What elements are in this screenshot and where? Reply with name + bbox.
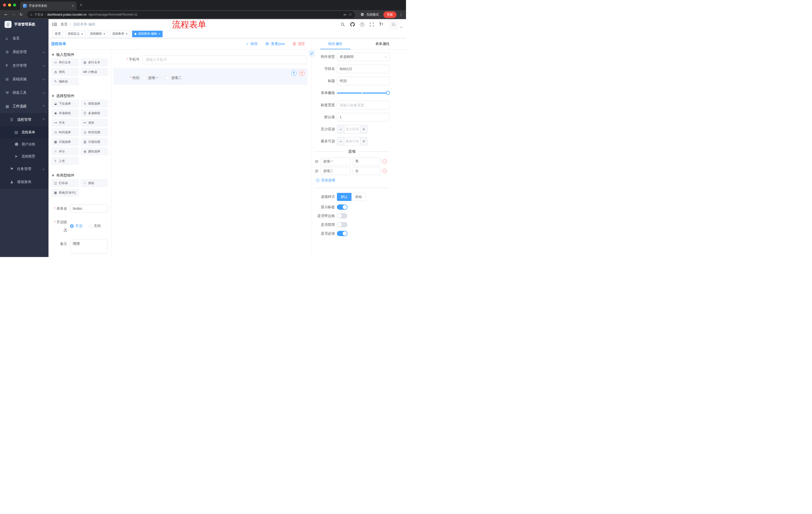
palette-item-button[interactable]: ☝ 按钮 (81, 179, 108, 187)
palette-item-checkbox-group[interactable]: ☑ 多选框组 (81, 109, 108, 117)
tag-close-icon[interactable] (158, 32, 161, 36)
max-select-stepper[interactable]: − 最多可选 + (337, 137, 368, 145)
increase-icon[interactable]: + (360, 137, 367, 145)
link-icon[interactable] (309, 51, 315, 56)
browser-update-button[interactable]: 更新 (383, 11, 397, 18)
option-value-input[interactable] (353, 167, 380, 175)
palette-item-cascader[interactable]: ↳ 级联选择 (81, 100, 108, 107)
window-minimize-button[interactable] (8, 3, 11, 6)
option-label-input[interactable] (321, 167, 351, 175)
palette-item-date-picker[interactable]: ▦ 日期选择 (52, 138, 79, 145)
increase-icon[interactable]: + (360, 125, 367, 133)
tab-close-icon[interactable]: × (71, 4, 74, 8)
tag-process-model[interactable]: 流程模型 (88, 31, 108, 37)
drag-handle-icon[interactable] (315, 169, 319, 173)
browser-menu-icon[interactable]: ⋮ (399, 12, 404, 17)
min-select-stepper[interactable]: − 至少应选 + (337, 125, 368, 134)
option-value-input[interactable] (353, 157, 380, 165)
phone-input[interactable] (142, 55, 307, 64)
palette-item-counter[interactable]: 123 计数器 (81, 68, 108, 76)
tag-close-icon[interactable] (81, 32, 83, 36)
decrease-icon[interactable]: − (337, 137, 344, 145)
forward-button[interactable]: → (10, 11, 17, 18)
palette-item-color-picker[interactable]: ◍ 颜色选择 (81, 147, 108, 155)
remove-option-icon[interactable] (382, 169, 387, 173)
palette-item-single-line-text[interactable]: ▭ 单行文本 (52, 59, 79, 66)
window-zoom-button[interactable] (13, 3, 16, 6)
status-off-radio[interactable]: 关闭 (88, 224, 101, 228)
sidebar-item-process-model[interactable]: ➤ 流程模型 (0, 151, 49, 162)
palette-item-table[interactable]: ▩ 表格[开发中] (52, 189, 79, 196)
remark-textarea[interactable] (70, 240, 108, 254)
palette-item-upload[interactable]: ⇪ 上传 (52, 157, 79, 165)
help-icon[interactable]: ? (360, 22, 364, 27)
tag-process-definition[interactable]: 流程定义 (65, 31, 85, 37)
drag-handle-icon[interactable] (315, 160, 319, 163)
search-icon[interactable] (341, 22, 345, 27)
status-on-radio[interactable]: 开启 (70, 224, 82, 228)
sidebar-item-process-form[interactable]: ▤ 流程表单 (0, 126, 49, 138)
form-widget-gender[interactable]: 性别 选项一 选项二 (113, 68, 308, 85)
form-widget-phone[interactable]: 手机号 (113, 53, 308, 66)
sidebar-item-workflow[interactable]: ▦ 工作流程 (0, 100, 49, 113)
component-type-select[interactable]: 多选框组 (337, 53, 389, 61)
sidebar-item-infrastructure[interactable]: ⊞ 基础设施 (0, 73, 49, 86)
tag-close-icon[interactable] (126, 32, 127, 36)
remove-option-icon[interactable] (382, 159, 387, 164)
palette-item-switch[interactable]: ⊶ 开关 (52, 119, 79, 127)
slider-handle[interactable] (386, 91, 390, 95)
avatar-dropdown-icon[interactable] (400, 26, 403, 28)
sidebar-toggle-icon[interactable] (53, 22, 57, 26)
tab-form-props[interactable]: 表单属性 (359, 38, 406, 49)
title-input[interactable] (337, 77, 389, 85)
delete-widget-button[interactable] (299, 71, 304, 76)
sidebar-item-home[interactable]: ⌂ 首页 (0, 32, 49, 45)
window-close-button[interactable] (3, 3, 6, 6)
font-size-icon[interactable]: TT (379, 22, 383, 27)
palette-item-password[interactable]: 密码 (52, 68, 79, 76)
sidebar-item-process-management[interactable]: ☰ 流程管理 (0, 113, 49, 126)
view-json-button[interactable]: 查看json (265, 42, 285, 46)
back-button[interactable]: ← (2, 11, 9, 18)
sidebar-item-system-management[interactable]: ⚙ 系统管理 (0, 45, 49, 59)
show-label-switch[interactable] (337, 205, 347, 210)
reload-button[interactable]: ↻ (18, 11, 25, 18)
gender-option2-checkbox[interactable]: 选项二 (166, 76, 182, 80)
fullscreen-icon[interactable] (370, 22, 374, 27)
password-key-icon[interactable] (343, 13, 347, 17)
gender-option1-checkbox[interactable]: 选项一 (142, 76, 158, 80)
sidebar-item-payment-management[interactable]: ¥ 支付管理 (0, 59, 49, 73)
tag-process-form[interactable]: 流程表单 (110, 31, 130, 37)
label-width-input[interactable] (337, 101, 389, 109)
tag-home[interactable]: 首页 (53, 31, 63, 37)
disabled-switch[interactable] (337, 222, 347, 227)
palette-item-select[interactable]: ◒ 下拉选择 (52, 100, 79, 107)
new-tab-button[interactable]: + (80, 2, 82, 8)
sidebar-item-user-group[interactable]: ☻ 用户分组 (0, 138, 49, 151)
sidebar-item-task-management[interactable]: ⚑ 任务管理 (0, 162, 49, 175)
sidebar-item-leave-query[interactable]: ♟ 请假查询 (0, 175, 49, 189)
palette-item-rate[interactable]: ☆ 评分 (52, 147, 79, 155)
border-switch[interactable] (337, 213, 347, 218)
decrease-icon[interactable]: − (337, 125, 344, 133)
default-value-input[interactable] (337, 113, 389, 121)
palette-item-multi-line-text[interactable]: ▤ 多行文本 (81, 59, 108, 66)
clear-button[interactable]: 清空 (292, 42, 305, 46)
palette-item-time-range[interactable]: ◶ 时间范围 (81, 129, 108, 136)
form-name-input[interactable] (70, 205, 108, 213)
palette-item-radio-group[interactable]: ◉ 单选框组 (52, 109, 79, 117)
save-button[interactable]: ✓ 保存 (246, 42, 258, 46)
bookmark-star-icon[interactable]: ☆ (349, 12, 352, 17)
browser-tab[interactable]: 芋道管理系统 × (20, 1, 77, 10)
address-bar[interactable]: ⚠ 不安全 dashboard.yudao.iocoder.cn /bpm/ma… (27, 11, 355, 18)
field-name-input[interactable] (337, 64, 389, 73)
palette-item-date-range[interactable]: ▥ 日期范围 (81, 138, 108, 145)
tag-close-icon[interactable] (104, 32, 106, 36)
palette-item-rich-editor[interactable]: ✎ 编辑器 (52, 78, 79, 85)
breadcrumb-home[interactable]: 首页 (61, 22, 67, 27)
option-label-input[interactable] (321, 157, 351, 165)
tag-process-form-edit[interactable]: 流程表单-编辑 (132, 31, 163, 37)
add-option-button[interactable]: 添加选项 (316, 178, 335, 183)
tab-component-props[interactable]: 组件属性 (312, 38, 359, 49)
palette-item-time-picker[interactable]: ◷ 时间选择 (52, 129, 79, 136)
